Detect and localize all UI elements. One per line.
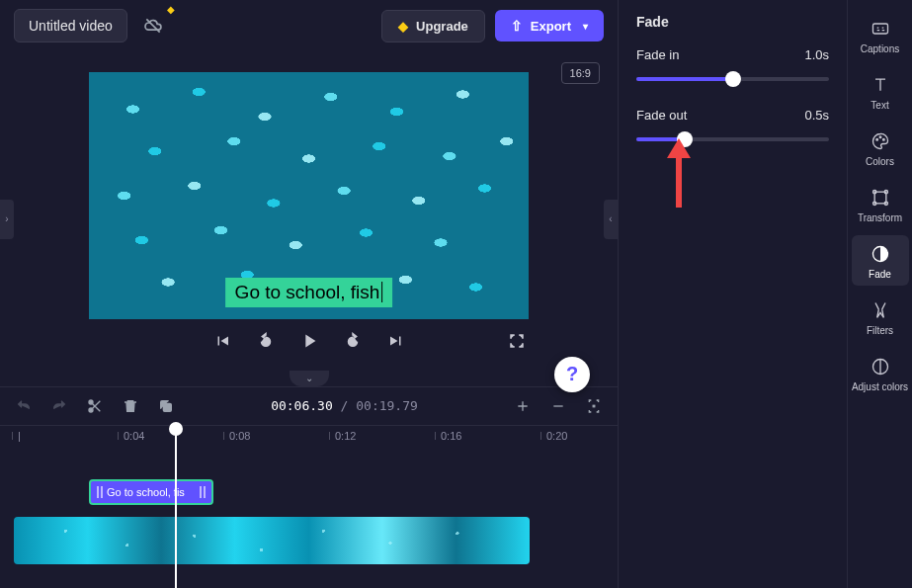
svg-point-7: [875, 139, 877, 141]
fit-timeline-button[interactable]: [584, 396, 604, 416]
current-time: 00:06.30: [271, 398, 333, 413]
panel-title: Fade: [636, 14, 829, 30]
annotation-arrow: [664, 138, 694, 210]
export-label: Export: [531, 19, 571, 34]
rail-filters[interactable]: Filters: [852, 292, 909, 342]
topbar: Untitled video ◆ ◆ Upgrade ⇧ Export ▾: [0, 0, 618, 52]
rail-captions[interactable]: Captions: [852, 10, 909, 60]
skip-forward-button[interactable]: [384, 329, 408, 353]
fade-in-value: 1.0s: [804, 47, 829, 62]
fade-in-label: Fade in: [636, 47, 679, 62]
total-time: 00:19.79: [356, 398, 418, 413]
add-track-button[interactable]: [513, 396, 533, 416]
upgrade-button[interactable]: ◆ Upgrade: [381, 10, 485, 42]
clip-right-handle[interactable]: [200, 486, 206, 498]
ruler-start-mark: |: [18, 430, 21, 442]
text-clip-label: Go to school, fis: [107, 486, 185, 498]
svg-point-8: [879, 136, 881, 138]
svg-rect-6: [872, 24, 887, 34]
fade-in-row: Fade in 1.0s: [636, 47, 829, 86]
project-title[interactable]: Untitled video: [14, 9, 127, 42]
svg-point-4: [89, 408, 93, 412]
svg-rect-10: [874, 192, 886, 204]
ruler-tick: 0:12: [335, 430, 356, 442]
video-clip[interactable]: [14, 517, 530, 564]
text-clip[interactable]: Go to school, fis: [89, 479, 213, 505]
forward-5s-button[interactable]: 5: [341, 329, 365, 353]
captions-icon: [870, 18, 891, 40]
skip-back-button[interactable]: [210, 329, 234, 353]
svg-point-9: [882, 139, 884, 141]
rail-fade[interactable]: Fade: [852, 235, 909, 286]
stage: › ‹ 16:9 Go to school, fish 5 5 ? ⌄: [0, 52, 618, 386]
timecode: 00:06.30 / 00:19.79: [192, 398, 497, 413]
duplicate-button[interactable]: [156, 396, 176, 416]
caption-overlay[interactable]: Go to school, fish: [225, 278, 393, 307]
ruler-tick: 0:20: [546, 430, 567, 442]
rail-text[interactable]: Text: [852, 66, 909, 117]
transform-icon: [870, 187, 891, 209]
redo-button[interactable]: [49, 396, 69, 416]
time-ruler[interactable]: | 0:04 0:08 0:12 0:16 0:20: [0, 426, 618, 450]
video-preview[interactable]: Go to school, fish: [89, 72, 529, 319]
tool-rail: Captions Text Colors Transform Fade Filt…: [847, 0, 912, 588]
fade-icon: [870, 243, 891, 265]
left-panel-toggle[interactable]: ›: [0, 200, 14, 239]
fade-in-slider[interactable]: [636, 72, 829, 86]
zoom-out-button[interactable]: [548, 396, 568, 416]
timeline[interactable]: | 0:04 0:08 0:12 0:16 0:20 Go to school,…: [0, 425, 618, 588]
svg-point-3: [89, 400, 93, 404]
help-button[interactable]: ?: [554, 357, 590, 392]
collapse-stage-button[interactable]: ⌄: [290, 371, 329, 386]
fade-out-value: 0.5s: [804, 108, 829, 123]
ruler-tick: 0:08: [229, 430, 250, 442]
ruler-tick: 0:16: [441, 430, 461, 442]
delete-button[interactable]: [121, 396, 140, 416]
split-button[interactable]: [85, 396, 105, 416]
undo-button[interactable]: [14, 396, 34, 416]
upload-icon: ⇧: [511, 18, 523, 34]
fullscreen-button[interactable]: [505, 329, 529, 353]
diamond-icon: ◆: [398, 19, 408, 34]
rewind-5s-button[interactable]: 5: [254, 329, 278, 353]
rail-transform[interactable]: Transform: [852, 179, 909, 229]
palette-icon: [870, 130, 891, 152]
aspect-ratio-button[interactable]: 16:9: [561, 62, 600, 84]
fade-panel: Fade Fade in 1.0s Fade out 0.5s: [618, 0, 847, 588]
chevron-down-icon: ▾: [583, 21, 588, 32]
timeline-toolbar: 00:06.30 / 00:19.79: [0, 386, 618, 425]
rail-adjust-colors[interactable]: Adjust colors: [852, 348, 909, 398]
fade-out-label: Fade out: [636, 108, 687, 123]
playhead[interactable]: [175, 426, 177, 588]
premium-badge-icon: ◆: [167, 4, 175, 15]
upgrade-label: Upgrade: [416, 19, 468, 34]
svg-text:5: 5: [350, 339, 353, 345]
export-button[interactable]: ⇧ Export ▾: [495, 10, 604, 42]
transport-controls: 5 5: [89, 329, 529, 353]
adjust-icon: [870, 356, 891, 378]
ruler-tick: 0:04: [124, 430, 144, 442]
svg-text:5: 5: [263, 339, 266, 345]
slider-thumb[interactable]: [725, 71, 741, 87]
clip-left-handle[interactable]: [97, 486, 103, 498]
right-panel-toggle[interactable]: ‹: [604, 200, 618, 239]
text-icon: [870, 74, 891, 96]
cloud-sync-button[interactable]: ◆: [137, 10, 169, 42]
play-button[interactable]: [297, 329, 321, 353]
rail-colors[interactable]: Colors: [852, 123, 909, 173]
filters-icon: [870, 299, 891, 321]
